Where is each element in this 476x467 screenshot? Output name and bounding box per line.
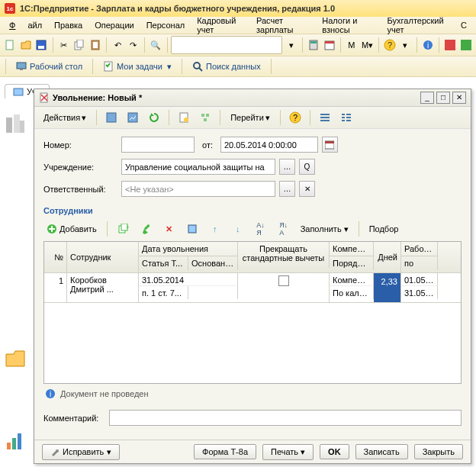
calc-icon[interactable] (307, 36, 321, 54)
repost-icon[interactable] (124, 108, 142, 127)
edit-row-icon[interactable] (137, 220, 156, 238)
col-basis[interactable]: Основание (188, 256, 238, 270)
undo-icon[interactable]: ↶ (111, 36, 125, 54)
post-icon[interactable] (102, 108, 121, 127)
form-t8a-button[interactable]: Форма Т-8а (194, 444, 256, 459)
menu-edit[interactable]: Правка (48, 19, 88, 31)
copy-row-icon[interactable]: + (114, 220, 133, 238)
cut-icon[interactable]: ✂ (57, 36, 72, 54)
app2-icon[interactable] (458, 36, 473, 54)
menu-hr[interactable]: Кадровый учет (191, 14, 250, 36)
print-button[interactable]: Печать ▾ (262, 444, 314, 460)
add-row-button[interactable]: Добавить (43, 222, 100, 236)
copy-icon[interactable] (72, 36, 87, 54)
col-calc-order[interactable]: Порядок р... (330, 256, 374, 270)
desk-chart-icon[interactable] (5, 430, 26, 452)
date-input[interactable]: 20.05.2014 0:00:00 (220, 137, 318, 153)
org-open-button[interactable]: Q (299, 159, 315, 175)
sort-asc-icon[interactable]: A↓Я (252, 220, 270, 238)
refresh-icon[interactable] (145, 108, 163, 127)
quick-search-input[interactable] (171, 36, 282, 54)
menu-payroll[interactable]: Расчет зарплаты (250, 14, 316, 36)
col-days[interactable]: Дней (374, 242, 401, 272)
minimize-button[interactable]: _ (420, 92, 434, 104)
find-icon[interactable]: 🔍 (149, 36, 163, 54)
menu-accounting[interactable]: Бухгалтерский учет (381, 14, 455, 36)
help2-icon[interactable]: ? (286, 108, 304, 127)
desk-buildings-icon[interactable] (5, 113, 26, 134)
mytasks-link[interactable]: Мои задачи▾ (97, 60, 178, 73)
actions-menu[interactable]: Действия ▾ (39, 111, 91, 124)
grid-body[interactable]: 1 Коробков Дмитрий ... 31.05.2014 п. 1 с… (44, 273, 461, 383)
move-down-icon[interactable]: ↓ (229, 220, 247, 238)
col-n[interactable]: № (44, 242, 67, 272)
days-cell-selected[interactable]: 2,33 (374, 273, 401, 302)
new-icon[interactable] (3, 36, 18, 54)
link-bar: Рабочий стол Мои задачи▾ Поиск данных (0, 56, 476, 77)
open-icon[interactable] (19, 36, 34, 54)
structure-icon[interactable] (196, 108, 214, 127)
sort-desc-icon[interactable]: Я↓A (275, 220, 293, 238)
calendar-icon[interactable] (322, 36, 336, 54)
grid-header: № Сотрудник Дата увольнения Статья Т... … (44, 242, 461, 273)
table-row[interactable]: 1 Коробков Дмитрий ... 31.05.2014 п. 1 с… (44, 273, 461, 303)
move-up-icon[interactable]: ↑ (206, 220, 224, 238)
paste-icon[interactable] (88, 36, 103, 54)
ok-button[interactable]: OK (320, 444, 349, 459)
desk-folder-icon[interactable] (5, 348, 26, 369)
col-dismissal-date[interactable]: Дата увольнения (139, 242, 238, 256)
app1-icon[interactable] (443, 36, 458, 54)
col-employee[interactable]: Сотрудник (67, 242, 139, 272)
maximize-button[interactable]: □ (436, 92, 450, 104)
col-compensation[interactable]: Компенса... (330, 242, 374, 256)
menu-taxes[interactable]: Налоги и взносы (316, 14, 381, 36)
search-dropdown-icon[interactable]: ▾ (284, 36, 298, 54)
col-stop-deductions[interactable]: Прекращать стандартные вычеты (238, 242, 330, 268)
close-dialog-button[interactable]: Закрыть (414, 444, 463, 459)
redo-icon[interactable]: ↷ (127, 36, 141, 54)
pick-button[interactable]: Подбор (366, 223, 402, 235)
fix-button[interactable]: Исправить ▾ (42, 444, 120, 460)
resp-input[interactable]: <Не указан> (121, 181, 275, 197)
status-text: Документ не проведен (60, 389, 149, 398)
svg-rect-24 (14, 114, 20, 133)
save-button[interactable]: Записать (355, 444, 408, 459)
close-button[interactable]: ✕ (452, 92, 466, 104)
col-to[interactable]: по (401, 256, 438, 270)
list-icon[interactable] (316, 108, 334, 127)
goto-menu[interactable]: Перейти ▾ (226, 111, 275, 124)
list2-icon[interactable] (337, 108, 355, 127)
stop-deductions-checkbox[interactable] (238, 273, 330, 302)
save-icon[interactable] (34, 36, 49, 54)
col-work-period[interactable]: Рабочи... (401, 242, 438, 256)
menu-more[interactable]: С (455, 19, 473, 31)
resp-clear-button[interactable]: ✕ (299, 181, 315, 197)
desktop-icon (16, 61, 27, 72)
org-input[interactable]: Управление социальной защиты на (121, 159, 275, 175)
resp-select-button[interactable]: … (279, 181, 295, 197)
report-icon[interactable] (175, 108, 193, 127)
col-article[interactable]: Статья Т... (139, 256, 188, 270)
info-icon: i (45, 388, 56, 399)
menu-file[interactable]: ФФайлайл (3, 19, 48, 31)
menu-operations[interactable]: Операции (88, 19, 140, 31)
date-picker-button[interactable] (322, 137, 338, 153)
help-icon[interactable]: ? (383, 36, 397, 54)
style-icon[interactable]: M (345, 36, 359, 54)
org-select-button[interactable]: … (279, 159, 295, 175)
info-icon[interactable]: i (421, 36, 436, 54)
svg-line-21 (199, 68, 202, 71)
end-edit-icon[interactable] (183, 220, 201, 238)
svg-rect-0 (6, 40, 13, 50)
svg-rect-16 (461, 40, 471, 50)
delete-row-icon[interactable]: ✕ (160, 220, 178, 238)
menu-personnel[interactable]: Персонал (140, 19, 191, 31)
svg-rect-26 (7, 443, 11, 449)
fill-menu[interactable]: Заполнить ▾ (298, 223, 352, 236)
comment-input[interactable] (109, 410, 462, 426)
help-dropdown-icon[interactable]: ▾ (398, 36, 413, 54)
number-input[interactable] (121, 137, 195, 153)
desktop-link[interactable]: Рабочий стол (10, 60, 88, 73)
search-data-link[interactable]: Поиск данных (186, 60, 267, 73)
style2-icon[interactable]: M▾ (360, 36, 375, 54)
